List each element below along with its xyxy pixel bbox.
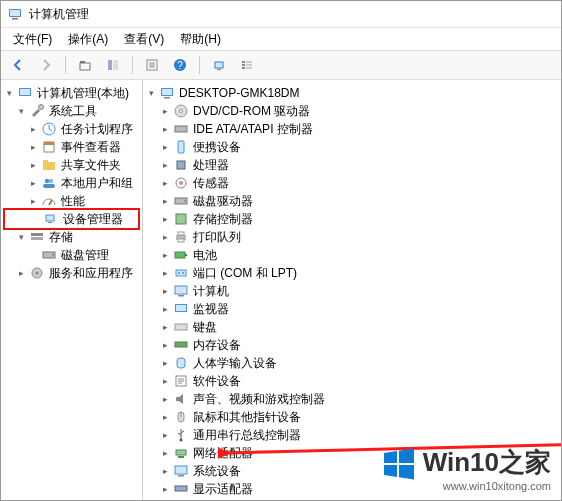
cat-network[interactable]: 网络适配器 (145, 444, 559, 462)
tree-task-scheduler[interactable]: 任务计划程序 (3, 120, 140, 138)
cat-sound[interactable]: 声音、视频和游戏控制器 (145, 390, 559, 408)
twisty-icon[interactable] (159, 393, 171, 405)
device-tree-root[interactable]: DESKTOP-GMK18DM (145, 84, 559, 102)
right-tree[interactable]: DESKTOP-GMK18DM DVD/CD-ROM 驱动器 IDE ATA/A… (143, 80, 561, 500)
svg-rect-6 (113, 60, 118, 70)
cat-disk-drives[interactable]: 磁盘驱动器 (145, 192, 559, 210)
system-device-icon (173, 463, 189, 479)
up-button[interactable] (72, 52, 98, 78)
left-tree[interactable]: 计算机管理(本地) 系统工具 任务计划程序 事件查看器 共享文件夹 (1, 80, 143, 500)
twisty-icon[interactable] (159, 375, 171, 387)
svg-rect-36 (31, 237, 43, 240)
event-icon (41, 139, 57, 155)
twisty-icon[interactable] (159, 159, 171, 171)
twisty-icon[interactable] (159, 249, 171, 261)
twisty-icon[interactable] (159, 267, 171, 279)
tree-root[interactable]: 计算机管理(本地) (3, 84, 140, 102)
tree-shared-folders[interactable]: 共享文件夹 (3, 156, 140, 174)
menu-help[interactable]: 帮助(H) (172, 29, 229, 50)
cat-audio-io[interactable]: 音频输入和输出 (145, 498, 559, 500)
cat-print-queues[interactable]: 打印队列 (145, 228, 559, 246)
svg-point-23 (39, 105, 44, 110)
cat-processors[interactable]: 处理器 (145, 156, 559, 174)
twisty-icon[interactable] (159, 141, 171, 153)
tree-system-tools[interactable]: 系统工具 (3, 102, 140, 120)
cat-display[interactable]: 显示适配器 (145, 480, 559, 498)
cat-software[interactable]: 软件设备 (145, 372, 559, 390)
cat-hid[interactable]: 人体学输入设备 (145, 354, 559, 372)
forward-button[interactable] (33, 52, 59, 78)
svg-rect-2 (10, 10, 20, 16)
tree-services-apps[interactable]: 服务和应用程序 (3, 264, 140, 282)
tree-label: 磁盘驱动器 (193, 193, 253, 210)
twisty-icon[interactable] (15, 105, 27, 117)
view-button[interactable] (234, 52, 260, 78)
twisty-icon[interactable] (159, 429, 171, 441)
menu-view[interactable]: 查看(V) (116, 29, 172, 50)
scan-button[interactable] (206, 52, 232, 78)
twisty-icon[interactable] (159, 123, 171, 135)
twisty-icon[interactable] (159, 195, 171, 207)
tree-storage[interactable]: 存储 (3, 228, 140, 246)
twisty-icon[interactable] (159, 213, 171, 225)
cat-monitors[interactable]: 监视器 (145, 300, 559, 318)
twisty-icon[interactable] (3, 87, 15, 99)
svg-point-45 (180, 110, 183, 113)
twisty-icon[interactable] (159, 231, 171, 243)
tools-icon (29, 103, 45, 119)
cat-portable[interactable]: 便携设备 (145, 138, 559, 156)
twisty-icon[interactable] (159, 321, 171, 333)
cat-system-devices[interactable]: 系统设备 (145, 462, 559, 480)
tree-label: 通用串行总线控制器 (193, 427, 301, 444)
cat-ports[interactable]: 端口 (COM 和 LPT) (145, 264, 559, 282)
twisty-icon[interactable] (27, 195, 39, 207)
twisty-icon[interactable] (27, 123, 39, 135)
cat-dvd[interactable]: DVD/CD-ROM 驱动器 (145, 102, 559, 120)
cat-usb[interactable]: 通用串行总线控制器 (145, 426, 559, 444)
twisty-icon[interactable] (159, 411, 171, 423)
twisty-icon[interactable] (159, 177, 171, 189)
properties-button[interactable] (139, 52, 165, 78)
twisty-icon[interactable] (145, 87, 157, 99)
twisty-icon[interactable] (159, 357, 171, 369)
cat-storage-ctrl[interactable]: 存储控制器 (145, 210, 559, 228)
twisty-icon[interactable] (159, 303, 171, 315)
twisty-icon[interactable] (159, 105, 171, 117)
menu-action[interactable]: 操作(A) (60, 29, 116, 50)
tree-label: 监视器 (193, 301, 229, 318)
twisty-icon[interactable] (159, 447, 171, 459)
twisty-icon[interactable] (159, 483, 171, 495)
cat-mice[interactable]: 鼠标和其他指针设备 (145, 408, 559, 426)
cat-computer[interactable]: 计算机 (145, 282, 559, 300)
cat-memory[interactable]: 内存设备 (145, 336, 559, 354)
twisty-icon[interactable] (27, 141, 39, 153)
menu-file[interactable]: 文件(F) (5, 29, 60, 50)
cpu-icon (173, 157, 189, 173)
back-button[interactable] (5, 52, 31, 78)
tree-event-viewer[interactable]: 事件查看器 (3, 138, 140, 156)
cat-sensors[interactable]: 传感器 (145, 174, 559, 192)
twisty-icon[interactable] (15, 267, 27, 279)
twisty-icon[interactable] (15, 231, 27, 243)
svg-rect-48 (177, 161, 185, 169)
tree-label: 磁盘管理 (61, 247, 109, 264)
show-hide-button[interactable] (100, 52, 126, 78)
twisty-icon[interactable] (27, 177, 39, 189)
twisty-icon[interactable] (159, 339, 171, 351)
performance-icon (41, 193, 57, 209)
svg-rect-75 (175, 466, 187, 474)
tree-disk-mgmt[interactable]: 磁盘管理 (3, 246, 140, 264)
cat-ide[interactable]: IDE ATA/ATAPI 控制器 (145, 120, 559, 138)
cat-batteries[interactable]: 电池 (145, 246, 559, 264)
tree-local-users[interactable]: 本地用户和组 (3, 174, 140, 192)
tree-device-manager[interactable]: 设备管理器 (3, 208, 140, 230)
cat-keyboards[interactable]: 键盘 (145, 318, 559, 336)
help-button[interactable]: ? (167, 52, 193, 78)
twisty-icon[interactable] (159, 465, 171, 477)
twisty-icon[interactable] (159, 285, 171, 297)
tree-label: 服务和应用程序 (49, 265, 133, 282)
twisty-icon[interactable] (27, 159, 39, 171)
tree-label: IDE ATA/ATAPI 控制器 (193, 121, 313, 138)
svg-rect-53 (176, 214, 186, 224)
svg-rect-13 (215, 62, 223, 68)
